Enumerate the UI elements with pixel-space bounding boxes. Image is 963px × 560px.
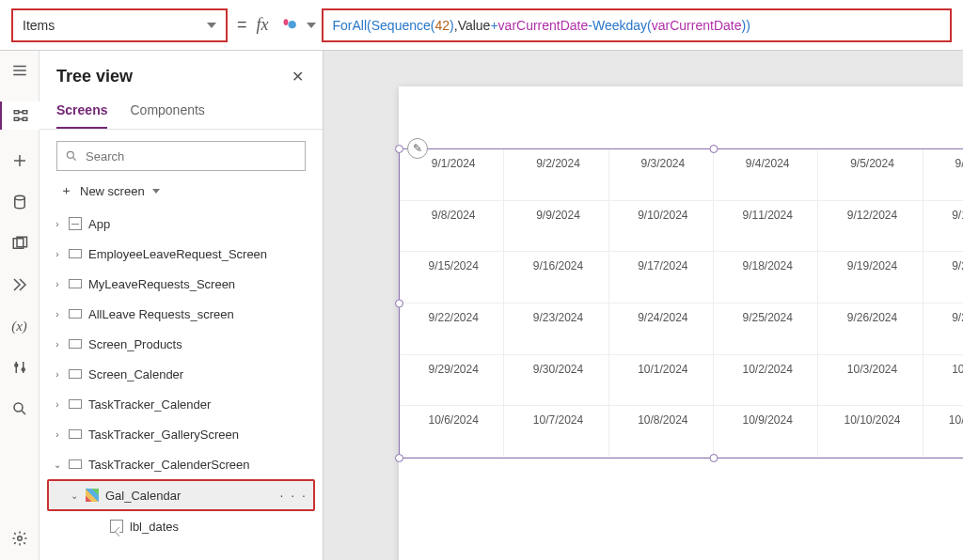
media-icon[interactable] bbox=[9, 233, 30, 254]
calendar-cell[interactable]: 9/25/2024 bbox=[714, 303, 818, 355]
calendar-cell[interactable]: 10/2/2024 bbox=[714, 355, 818, 407]
advanced-tools-icon[interactable] bbox=[9, 357, 30, 378]
calendar-cell[interactable]: 9/2/2024 bbox=[504, 149, 608, 201]
settings-icon[interactable] bbox=[9, 528, 30, 549]
plus-icon[interactable] bbox=[9, 150, 30, 171]
calendar-cell[interactable]: 9/9/2024 bbox=[504, 201, 608, 253]
calendar-cell[interactable]: 9/24/2024 bbox=[609, 303, 714, 355]
calendar-cell[interactable]: 10/8/2024 bbox=[609, 406, 714, 458]
tree-item-gal-calendar[interactable]: ⌄Gal_Calendar· · · bbox=[49, 481, 313, 509]
canvas[interactable]: ✎ 9/1/20249/2/20249/3/20249/4/20249/5/20… bbox=[324, 51, 963, 560]
copilot-icon[interactable] bbox=[280, 15, 301, 36]
tree-title: Tree view bbox=[56, 67, 133, 86]
calendar-cell[interactable]: 9/4/2024 bbox=[714, 149, 818, 201]
calendar-cell[interactable]: 9/18/2024 bbox=[714, 252, 818, 303]
power-automate-icon[interactable] bbox=[9, 274, 30, 295]
calendar-cell[interactable]: 9/19/2024 bbox=[818, 252, 923, 303]
resize-handle[interactable] bbox=[710, 145, 718, 153]
tree-item-label: App bbox=[88, 217, 110, 231]
tree-item-label: Gal_Calendar bbox=[105, 489, 181, 503]
calendar-cell[interactable]: 9/12/2024 bbox=[818, 201, 923, 253]
search-input[interactable] bbox=[56, 141, 306, 171]
calendar-cell[interactable]: 10/4/2024 bbox=[924, 355, 963, 407]
svg-point-4 bbox=[14, 195, 24, 200]
tree-item-tasktracker-galleryscreen[interactable]: ›TaskTracker_GalleryScreen bbox=[45, 419, 317, 449]
resize-handle[interactable] bbox=[710, 454, 718, 462]
left-rail: (x) bbox=[0, 51, 39, 560]
calendar-cell[interactable]: 9/6/2024 bbox=[924, 149, 963, 201]
calendar-cell[interactable]: 10/3/2024 bbox=[818, 355, 923, 407]
calendar-cell[interactable]: 9/13/2024 bbox=[924, 201, 963, 253]
tree-item-screen-calender[interactable]: ›Screen_Calender bbox=[45, 359, 317, 389]
calendar-cell[interactable]: 9/26/2024 bbox=[818, 303, 923, 355]
tree-item-allleave-requests-screen[interactable]: ›AllLeave Requests_screen bbox=[45, 299, 317, 329]
resize-handle[interactable] bbox=[395, 454, 403, 462]
calendar-cell[interactable]: 9/17/2024 bbox=[609, 252, 714, 303]
close-icon[interactable]: ✕ bbox=[288, 64, 308, 89]
calendar-cell[interactable]: 10/6/2024 bbox=[400, 406, 504, 458]
chevron-right-icon[interactable]: › bbox=[53, 309, 62, 319]
tree-item-screen-products[interactable]: ›Screen_Products bbox=[45, 329, 317, 359]
menu-icon[interactable] bbox=[9, 60, 30, 81]
calendar-cell[interactable]: 9/8/2024 bbox=[400, 201, 504, 253]
chevron-right-icon[interactable]: › bbox=[53, 219, 62, 229]
calendar-cell[interactable]: 9/29/2024 bbox=[400, 355, 504, 407]
main-area: (x) Tree view ✕ Screens Components ＋ New… bbox=[0, 51, 963, 560]
calendar-cell[interactable]: 9/22/2024 bbox=[400, 303, 504, 355]
more-icon[interactable]: · · · bbox=[280, 488, 308, 503]
calendar-cell[interactable]: 10/9/2024 bbox=[714, 406, 818, 458]
screen-icon bbox=[68, 397, 83, 412]
tree-item-tasktracker-calenderscreen[interactable]: ⌄TaskTracker_CalenderScreen bbox=[45, 449, 317, 479]
tab-screens[interactable]: Screens bbox=[56, 95, 107, 129]
selected-tree-item: ⌄Gal_Calendar· · · bbox=[47, 479, 315, 511]
formula-token: Sequence bbox=[371, 18, 431, 33]
tree-item-tasktracker-calender[interactable]: ›TaskTracker_Calender bbox=[45, 389, 317, 419]
chevron-right-icon[interactable]: › bbox=[53, 369, 62, 380]
calendar-cell[interactable]: 10/7/2024 bbox=[504, 406, 608, 458]
tree-view-icon[interactable] bbox=[0, 101, 39, 130]
search-icon[interactable] bbox=[9, 398, 30, 419]
calendar-cell[interactable]: 9/23/2024 bbox=[504, 303, 608, 355]
search-icon bbox=[65, 149, 78, 163]
calendar-cell[interactable]: 9/27/2024 bbox=[924, 303, 963, 355]
formula-input[interactable]: ForAll(Sequence(42),Value+varCurrentDate… bbox=[322, 8, 952, 42]
chevron-right-icon[interactable]: › bbox=[53, 339, 62, 350]
tab-components[interactable]: Components bbox=[130, 95, 204, 129]
calendar-cell[interactable]: 9/16/2024 bbox=[504, 252, 608, 303]
chevron-right-icon[interactable]: › bbox=[53, 399, 62, 410]
calendar-cell[interactable]: 10/1/2024 bbox=[609, 355, 714, 407]
screen-canvas[interactable]: ✎ 9/1/20249/2/20249/3/20249/4/20249/5/20… bbox=[399, 86, 963, 560]
tree-item-myleaverequests-screen[interactable]: ›MyLeaveRequests_Screen bbox=[45, 269, 317, 299]
chevron-down-icon[interactable]: ⌄ bbox=[70, 490, 79, 501]
gallery-selection[interactable]: ✎ 9/1/20249/2/20249/3/20249/4/20249/5/20… bbox=[399, 148, 963, 459]
calendar-cell[interactable]: 9/15/2024 bbox=[400, 252, 504, 303]
new-screen-button[interactable]: ＋ New screen bbox=[39, 177, 323, 207]
chevron-right-icon[interactable]: › bbox=[53, 279, 62, 289]
chevron-right-icon[interactable]: › bbox=[53, 249, 62, 259]
chevron-right-icon[interactable]: › bbox=[53, 429, 62, 440]
resize-handle[interactable] bbox=[395, 300, 403, 308]
calendar-cell[interactable]: 9/5/2024 bbox=[818, 149, 923, 201]
tree-item-lbl-dates[interactable]: lbl_dates bbox=[45, 511, 317, 541]
tree-item-label: Screen_Products bbox=[88, 337, 182, 351]
variables-icon[interactable]: (x) bbox=[9, 316, 30, 336]
tree-item-employeeleaverequest-screen[interactable]: ›EmployeeLeaveRequest_Screen bbox=[45, 239, 317, 269]
calendar-cell[interactable]: 9/10/2024 bbox=[609, 201, 714, 253]
calendar-cell[interactable]: 9/30/2024 bbox=[504, 355, 608, 407]
calendar-cell[interactable]: 10/10/2024 bbox=[818, 406, 923, 458]
formula-token: varCurrentDate bbox=[498, 18, 589, 33]
tree-tabs: Screens Components bbox=[39, 95, 323, 130]
resize-handle[interactable] bbox=[395, 145, 403, 153]
data-icon[interactable] bbox=[9, 192, 30, 212]
tree-item-app[interactable]: ›App bbox=[45, 209, 317, 239]
calendar-cell[interactable]: 9/3/2024 bbox=[609, 149, 714, 201]
calendar-cell[interactable]: 10/11/2024 bbox=[924, 406, 963, 458]
search-field[interactable] bbox=[86, 149, 297, 163]
calendar-cell[interactable]: 9/11/2024 bbox=[714, 201, 818, 253]
edit-icon[interactable]: ✎ bbox=[407, 138, 428, 159]
chevron-down-icon[interactable]: ⌄ bbox=[53, 459, 62, 470]
equals-sign: = bbox=[237, 15, 247, 35]
calendar-cell[interactable]: 9/20/2024 bbox=[924, 252, 963, 303]
chevron-down-icon[interactable] bbox=[307, 23, 316, 28]
property-selector[interactable]: Items bbox=[11, 8, 228, 42]
